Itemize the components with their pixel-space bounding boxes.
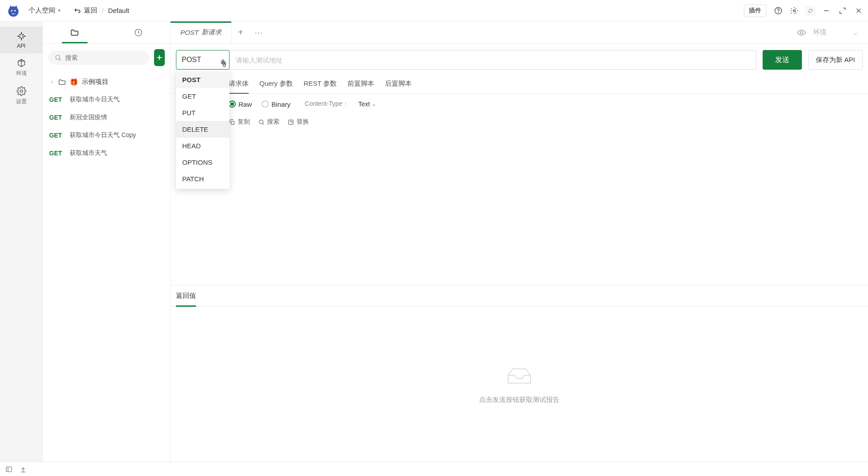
request-tab[interactable]: POST 新请求 (171, 21, 232, 43)
tree-name: 获取城市天气 (70, 149, 107, 157)
tab-method: POST (180, 29, 199, 36)
search-button[interactable]: 搜索 (258, 118, 280, 126)
method-select-label: POST (182, 56, 201, 64)
body-binary-radio[interactable]: Binary (262, 100, 291, 108)
send-button[interactable]: 发送 (763, 50, 802, 70)
search-box[interactable] (48, 50, 150, 65)
body-raw-label: Raw (238, 100, 252, 108)
tab-more-button[interactable]: ⋯ (250, 28, 267, 38)
body-options: Raw Binary Content-Type： Text ⌵ (171, 94, 868, 114)
method-option-delete[interactable]: DELETE (176, 121, 230, 138)
app-logo (5, 3, 21, 19)
method-option-put[interactable]: PUT (176, 104, 230, 121)
svg-point-17 (259, 120, 263, 124)
replace-icon (288, 119, 294, 125)
minimize-icon[interactable] (822, 7, 830, 15)
tree-name: 获取城市今日天气 Copy (70, 131, 136, 139)
radio-icon (262, 100, 269, 108)
copy-button[interactable]: 复制 (229, 118, 250, 126)
svg-line-18 (263, 123, 264, 125)
svg-rect-20 (6, 467, 12, 472)
close-icon[interactable] (855, 7, 863, 15)
breadcrumb-item[interactable]: Default (108, 7, 129, 14)
url-row: POST ⌵ 发送 保存为新 API POST GET PUT DELETE H… (171, 44, 868, 76)
tree-folder[interactable]: 🎁 示例项目 (43, 73, 170, 91)
back-button[interactable]: 返回 (73, 6, 97, 15)
tree-item[interactable]: GET 获取城市天气 (43, 144, 170, 162)
help-icon[interactable] (774, 7, 782, 15)
response-empty-text: 点击发送按钮获取测试报告 (479, 396, 559, 404)
tree-item[interactable]: GET 新冠全国疫情 (43, 109, 170, 126)
tab-name: 新请求 (201, 28, 221, 37)
body-raw-radio[interactable]: Raw (229, 100, 252, 108)
sidebar-tab-history[interactable] (107, 21, 171, 43)
rail-settings[interactable]: 设置 (0, 82, 42, 110)
back-label: 返回 (84, 6, 97, 15)
rail-env-label: 环境 (16, 70, 27, 77)
method-select[interactable]: POST ⌵ (176, 50, 230, 70)
chevron-down-icon: ▾ (58, 8, 61, 13)
method-option-head[interactable]: HEAD (176, 138, 230, 154)
req-tab-rest[interactable]: REST 参数 (304, 74, 337, 93)
tree-method: GET (49, 132, 65, 139)
method-option-patch[interactable]: PATCH (176, 171, 230, 187)
tree-method: GET (49, 96, 65, 103)
sidebar-tab-folder[interactable] (43, 21, 107, 43)
tree-item[interactable]: GET 获取城市今日天气 (43, 91, 170, 109)
req-tab-postscript[interactable]: 后置脚本 (385, 74, 412, 93)
settings-icon[interactable] (790, 7, 798, 15)
statusbar (0, 462, 868, 476)
copy-icon (229, 119, 235, 125)
response-tab[interactable]: 返回值 (176, 285, 196, 306)
eye-icon[interactable] (797, 28, 806, 37)
tree-item[interactable]: GET 获取城市今日天气 Copy (43, 126, 170, 144)
plus-icon (155, 54, 163, 62)
plugin-button[interactable]: 插件 (744, 4, 766, 17)
rail-env[interactable]: 环境 (0, 54, 42, 82)
svg-rect-16 (231, 121, 234, 124)
upload-icon[interactable] (20, 466, 27, 473)
tree-name: 获取城市今日天气 (70, 96, 120, 104)
refresh-icon[interactable] (806, 7, 814, 15)
env-select[interactable]: 环境 ⌵ (813, 28, 857, 37)
api-tree: 🎁 示例项目 GET 获取城市今日天气 GET 新冠全国疫情 GET 获取城市今… (43, 71, 170, 462)
body-toolbar: 复制 搜索 替换 (171, 114, 868, 129)
search-input[interactable] (65, 54, 143, 61)
method-option-options[interactable]: OPTIONS (176, 154, 230, 171)
svg-point-1 (11, 10, 13, 12)
maximize-icon[interactable] (839, 7, 847, 15)
svg-point-2 (14, 10, 16, 12)
body-binary-label: Binary (271, 100, 291, 108)
add-tab-button[interactable]: + (232, 27, 250, 38)
method-option-post[interactable]: POST (176, 71, 230, 88)
svg-point-15 (801, 31, 803, 33)
svg-point-5 (793, 9, 796, 12)
body-editor[interactable] (171, 129, 868, 285)
rail-api-label: API (17, 43, 25, 49)
search-icon (54, 54, 62, 61)
add-button[interactable] (154, 49, 165, 66)
req-tab-body[interactable]: 请求体 (229, 74, 249, 93)
gift-icon: 🎁 (70, 78, 78, 86)
url-input[interactable] (230, 50, 756, 70)
folder-icon (70, 28, 79, 37)
rail-api[interactable]: API (0, 27, 42, 54)
replace-button[interactable]: 替换 (288, 118, 309, 126)
workspace-selector[interactable]: 个人空间 ▾ (29, 6, 61, 15)
panel-left-icon[interactable] (5, 466, 13, 473)
saveas-button[interactable]: 保存为新 API (808, 50, 863, 70)
method-dropdown: POST GET PUT DELETE HEAD OPTIONS PATCH (176, 70, 230, 189)
search-label: 搜索 (267, 118, 280, 126)
req-tab-prescript[interactable]: 前置脚本 (347, 74, 374, 93)
req-tab-query[interactable]: Query 参数 (259, 74, 293, 93)
sidebar: 🎁 示例项目 GET 获取城市今日天气 GET 新冠全国疫情 GET 获取城市今… (43, 21, 171, 462)
svg-point-9 (20, 90, 23, 92)
svg-point-4 (778, 12, 779, 13)
tree-name: 新冠全国疫情 (70, 113, 107, 121)
replace-label: 替换 (296, 118, 309, 126)
breadcrumb-separator: / (102, 7, 104, 14)
tree-method: GET (49, 150, 65, 157)
method-option-get[interactable]: GET (176, 88, 230, 104)
chevron-down-icon: ⌵ (220, 56, 224, 63)
content-type-select[interactable]: Text ⌵ (359, 100, 376, 108)
